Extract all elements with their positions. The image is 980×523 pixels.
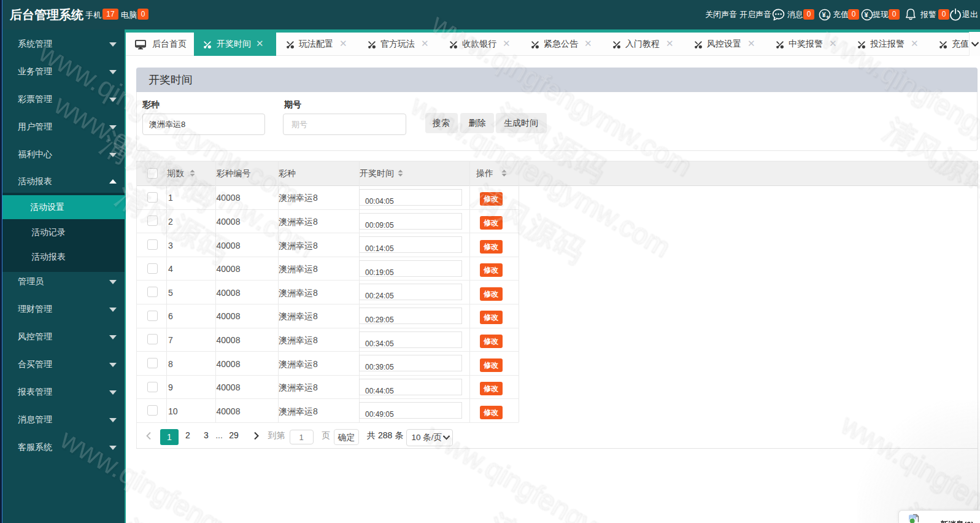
svg-text:清风源码: 清风源码 [482, 508, 606, 523]
svg-text:清风源码: 清风源码 [117, 512, 240, 523]
svg-text:清风源码: 清风源码 [117, 513, 241, 523]
svg-text:www.qingfengymw.com: www.qingfengymw.com [421, 418, 692, 523]
svg-text:清风源码: 清风源码 [482, 506, 605, 523]
svg-text:+: + [826, 14, 829, 20]
svg-text:-: - [869, 14, 871, 20]
svg-text:www.qingfengymw.com: www.qingfengymw.com [420, 417, 690, 523]
svg-text:¥: ¥ [865, 11, 869, 18]
